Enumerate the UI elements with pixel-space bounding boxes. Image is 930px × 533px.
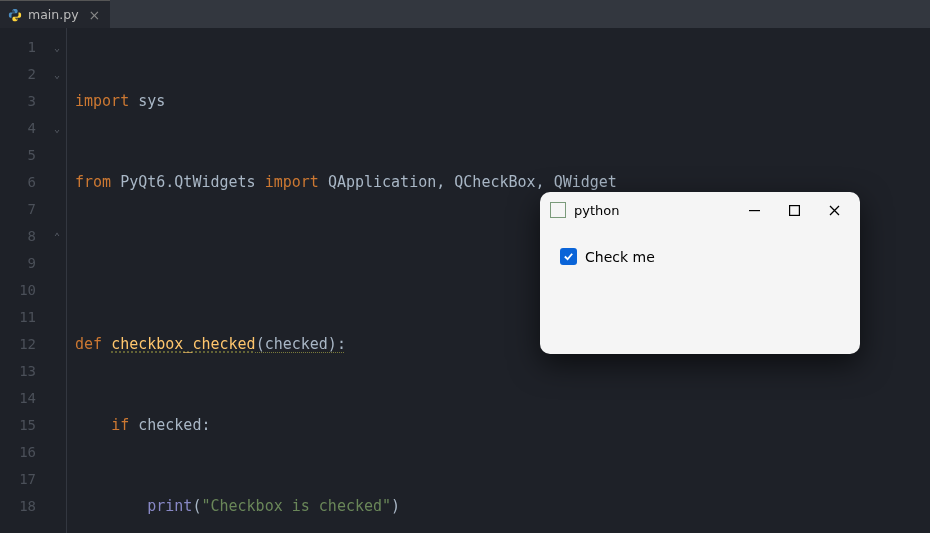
fold-toggle-icon[interactable]: ⌄	[48, 61, 66, 88]
line-number: 11	[0, 304, 48, 331]
fold-spacer	[48, 385, 66, 412]
fold-toggle-icon[interactable]: ⌄	[48, 115, 66, 142]
fold-spacer	[48, 88, 66, 115]
line-number: 12	[0, 331, 48, 358]
fold-spacer	[48, 331, 66, 358]
line-number: 1	[0, 34, 48, 61]
maximize-button[interactable]	[774, 196, 814, 224]
line-number: 5	[0, 142, 48, 169]
line-number: 18	[0, 493, 48, 520]
window-title: python	[574, 203, 619, 218]
line-number: 10	[0, 277, 48, 304]
tab-main-py[interactable]: main.py ×	[0, 0, 110, 28]
svg-rect-1	[789, 205, 799, 215]
fold-toggle-icon[interactable]: ⌄	[48, 34, 66, 61]
line-number: 6	[0, 169, 48, 196]
function-def-name: checkbox_checked	[111, 335, 256, 353]
close-icon	[829, 205, 840, 216]
line-number: 13	[0, 358, 48, 385]
checkbox-box[interactable]	[560, 248, 577, 265]
qt-app-window[interactable]: python Check me	[540, 192, 860, 354]
close-icon[interactable]: ×	[89, 7, 101, 23]
python-file-icon	[8, 8, 22, 22]
titlebar[interactable]: python	[540, 192, 860, 228]
line-number: 3	[0, 88, 48, 115]
fold-spacer	[48, 439, 66, 466]
fold-spacer	[48, 277, 66, 304]
checkbox-label: Check me	[585, 249, 655, 265]
line-number-gutter: 123456789101112131415161718	[0, 28, 48, 533]
check-icon	[563, 251, 574, 262]
close-button[interactable]	[814, 196, 854, 224]
maximize-icon	[789, 205, 800, 216]
line-number: 2	[0, 61, 48, 88]
fold-spacer	[48, 142, 66, 169]
fold-spacer	[48, 493, 66, 520]
fold-spacer	[48, 412, 66, 439]
line-number: 15	[0, 412, 48, 439]
line-number: 14	[0, 385, 48, 412]
fold-spacer	[48, 169, 66, 196]
minimize-button[interactable]	[734, 196, 774, 224]
fold-column: ⌄⌄⌄⌃	[48, 28, 66, 533]
window-client-area: Check me	[540, 228, 860, 285]
fold-spacer	[48, 304, 66, 331]
fold-toggle-icon[interactable]: ⌃	[48, 223, 66, 250]
svg-rect-0	[749, 210, 760, 211]
fold-spacer	[48, 358, 66, 385]
line-number: 16	[0, 439, 48, 466]
fold-spacer	[48, 250, 66, 277]
tab-filename: main.py	[28, 7, 79, 22]
tab-bar: main.py ×	[0, 0, 930, 28]
line-number: 7	[0, 196, 48, 223]
line-number: 17	[0, 466, 48, 493]
fold-spacer	[48, 466, 66, 493]
fold-spacer	[48, 196, 66, 223]
line-number: 4	[0, 115, 48, 142]
checkbox-check-me[interactable]: Check me	[560, 248, 840, 265]
minimize-icon	[749, 205, 760, 216]
app-icon	[550, 202, 566, 218]
line-number: 9	[0, 250, 48, 277]
line-number: 8	[0, 223, 48, 250]
